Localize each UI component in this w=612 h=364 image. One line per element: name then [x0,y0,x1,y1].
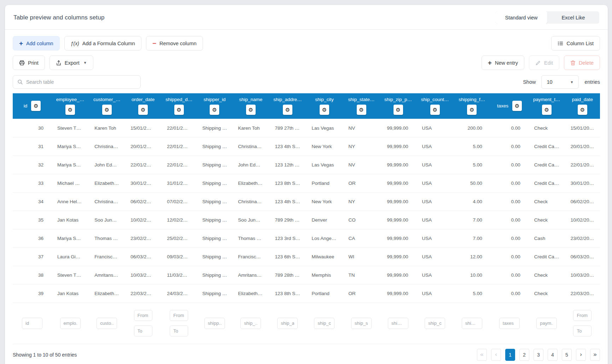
table-row[interactable]: 34Anne Hel…Christina…06/02/2…07/02/2…Shi… [13,192,600,211]
next-page-button[interactable]: › [576,349,586,361]
column-header-label-shipping_fee: shipping_f… [459,97,485,102]
cell-ship_city: Los Ange… [306,229,343,247]
last-page-button[interactable]: » [590,349,600,361]
table-row[interactable]: 30Steven T…Karen Toh15/01/2…22/01/2…Ship… [13,119,600,137]
formula-icon: ƒ(x) [71,41,79,46]
filter-input-taxes[interactable] [499,318,520,329]
filter-input-shipper_id[interactable] [204,318,225,329]
filter-input-ship_state[interactable] [351,318,372,329]
filter-input-ship_country[interactable] [425,318,445,329]
filter-to-input-order_date[interactable] [134,325,152,336]
column-list-label: Column List [566,41,594,46]
table-footer: Showing 1 to 10 of 50 entries «‹12345›» [13,344,600,361]
new-entry-label: New entry [495,60,518,66]
cell-shipper_id: Shipping … [197,155,232,174]
cell-ship_state: NY [343,137,380,155]
cell-shipped_date: 09/03/2… [161,247,197,266]
remove-column-button[interactable]: − Remove column [146,36,203,51]
edit-button[interactable]: Edit [529,55,559,70]
table-row[interactable]: 33Michael …Elizabeth…30/01/2…31/01/2…Shi… [13,174,600,192]
cell-employee: Steven T… [52,266,89,284]
print-button[interactable]: Print [13,55,45,70]
column-settings-gear-icon[interactable]: ⚙ [578,105,587,115]
filter-from-input-order_date[interactable] [134,310,152,321]
add-formula-column-label: Add a Formula Column [82,41,135,46]
column-settings-gear-icon[interactable]: ⚙ [283,105,292,115]
cell-shipped_date: 11/03/2… [161,266,197,284]
column-settings-gear-icon[interactable]: ⚙ [246,105,256,115]
table-row[interactable]: 31Mariya S…Christina…20/01/2…22/01/2…Shi… [13,137,600,155]
filter-input-ship_name[interactable] [240,318,261,329]
first-page-button[interactable]: « [477,349,487,361]
new-entry-button[interactable]: + New entry [482,55,524,70]
column-settings-gear-icon[interactable]: ⚙ [210,105,219,115]
filter-input-id[interactable] [22,318,42,329]
cell-shipping_fee: 4.00 [454,192,490,211]
column-settings-gear-icon[interactable]: ⚙ [65,105,75,115]
filter-input-shipping_fee[interactable] [462,318,482,329]
column-settings-gear-icon[interactable]: ⚙ [31,101,41,111]
cell-payment_type: Check [529,119,565,137]
column-header-label-taxes: taxes [497,103,508,108]
column-header-shipping_fee: shipping_f…⚙ [454,93,490,119]
filter-from-input-paid_date[interactable] [573,310,591,321]
page-5-button[interactable]: 5 [562,349,572,361]
column-settings-gear-icon[interactable]: ⚙ [542,105,552,115]
tab-excel-like[interactable]: Excel Like [547,11,599,24]
page-4-button[interactable]: 4 [548,349,558,361]
column-settings-gear-icon[interactable]: ⚙ [394,105,403,115]
page-size-select[interactable]: 10 ▼ [541,75,579,89]
filter-to-input-shipped_date[interactable] [170,325,188,336]
cell-shipping_fee: 7.00 [454,211,490,229]
cell-customer: Elizabeth… [89,284,125,303]
cell-ship_name: Thomas … [232,229,269,247]
search-input[interactable] [26,79,136,85]
add-column-button[interactable]: + Add column [13,36,60,51]
filter-cell-taxes [490,303,529,344]
filter-input-ship_address[interactable] [277,318,298,329]
table-row[interactable]: 37Laura Gi…Francisc…06/03/2…09/03/2…Ship… [13,247,600,266]
column-header-label-id: id [24,103,28,108]
previous-page-button[interactable]: ‹ [491,349,501,361]
filter-input-customer[interactable] [97,318,117,329]
page-1-button[interactable]: 1 [505,349,515,361]
column-settings-gear-icon[interactable]: ⚙ [138,105,148,115]
table-row[interactable]: 38Steven T…Amritans…10/03/2…11/03/2…Ship… [13,266,600,284]
export-button[interactable]: Export ▼ [49,55,93,70]
cell-id: 37 [13,247,52,266]
tab-standard-view[interactable]: Standard view [495,11,547,24]
filter-input-ship_city[interactable] [314,318,334,329]
cell-shipper_id: Shipping … [197,247,232,266]
filter-cell-customer [89,303,125,344]
table-row[interactable]: 32Mariya S…John Ed…22/01/2…22/01/2…Shipp… [13,155,600,174]
page-3-button[interactable]: 3 [534,349,543,361]
add-formula-column-button[interactable]: ƒ(x) Add a Formula Column [64,36,141,51]
cell-shipping_fee: 200.00 [454,119,490,137]
filter-to-input-paid_date[interactable] [573,325,591,336]
cell-ship_city: Portland [306,284,343,303]
table-row[interactable]: 39Jan KotasElizabeth…22/03/2…24/03/2…Shi… [13,284,600,303]
cell-paid_date: 10/02/20… [565,211,600,229]
cell-ship_name: Christina… [232,137,269,155]
column-header-order_date: order_date⚙ [125,93,161,119]
table-row[interactable]: 35Jan KotasSoo Jun…10/02/2…12/02/2…Shipp… [13,211,600,229]
column-settings-gear-icon[interactable]: ⚙ [430,105,440,115]
column-settings-gear-icon[interactable]: ⚙ [174,105,184,115]
cell-order_date: 20/01/2… [125,137,161,155]
column-header-shipper_id: shipper_id⚙ [197,93,232,119]
cell-ship_name: Soo Jun… [232,211,269,229]
column-settings-gear-icon[interactable]: ⚙ [512,101,522,111]
filter-input-payment_type[interactable] [536,318,557,329]
column-list-button[interactable]: Column List [551,36,600,51]
table-row[interactable]: 36Mariya S…Thomas …23/02/2…25/02/2…Shipp… [13,229,600,247]
column-settings-gear-icon[interactable]: ⚙ [357,105,366,115]
delete-button[interactable]: Delete [564,55,600,70]
column-settings-gear-icon[interactable]: ⚙ [320,105,329,115]
filter-input-employee[interactable] [60,318,81,329]
tab-excel-like-label: Excel Like [561,15,585,20]
filter-input-ship_zip[interactable] [388,318,408,329]
page-2-button[interactable]: 2 [519,349,529,361]
filter-from-input-shipped_date[interactable] [170,310,188,321]
column-settings-gear-icon[interactable]: ⚙ [102,105,112,115]
column-settings-gear-icon[interactable]: ⚙ [467,105,477,115]
